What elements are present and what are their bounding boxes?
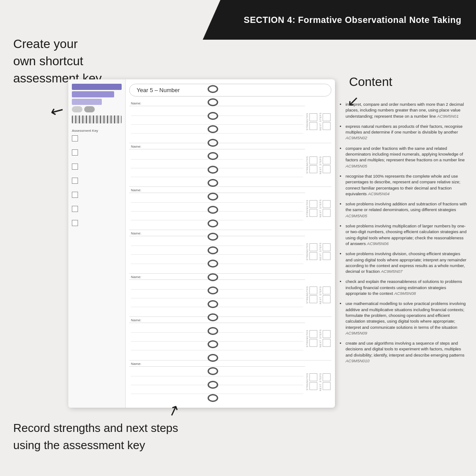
strengths-col: STRENGTHS [305,274,318,316]
key-checkbox[interactable] [72,149,78,156]
strengths-label: STRENGTHS [306,113,309,130]
strengths-col: STRENGTHS [305,100,318,143]
strength-box[interactable] [309,156,317,164]
strengths-col: STRENGTHS [305,317,318,360]
spiral-ring [208,206,218,214]
next-steps-label: NEXT STEPS [319,199,322,217]
strength-box[interactable] [309,330,317,338]
list-item: solve problems involving multiplication … [346,223,467,246]
key-checkbox[interactable] [72,192,78,198]
next-steps-boxes [323,113,331,130]
spiral-ring [208,260,218,268]
key-bar-medium [72,91,114,97]
next-step-box[interactable] [323,209,331,217]
next-steps-label: NEXT STEPS [319,329,322,347]
spiral-ring [208,246,218,254]
bottom-annotation: Record strengths and next stepsusing the… [13,420,178,454]
list-item: interpret, compare and order numbers wit… [346,101,467,119]
key-checkbox[interactable] [72,206,78,212]
content-panel: interpret, compare and order numbers wit… [339,101,467,408]
strength-box[interactable] [309,382,317,390]
strength-box[interactable] [309,286,317,294]
spiral-ring [208,354,218,362]
next-step-box[interactable] [323,200,331,208]
next-steps-label: NEXT STEPS [319,156,322,174]
next-step-box[interactable] [323,165,331,173]
next-step-box[interactable] [323,373,331,381]
strength-box[interactable] [309,209,317,217]
table-row: Name: STRENGTHS NEXT STEPS [129,230,331,273]
key-checkbox-row [72,178,122,184]
table-row: Name: STRENGTHS NEXT STEPS [129,317,331,360]
strength-box[interactable] [309,200,317,208]
next-step-box[interactable] [323,382,331,390]
strength-box[interactable] [309,122,317,130]
next-step-box[interactable] [323,252,331,260]
key-checkbox-row [72,206,122,212]
next-steps-col: NEXT STEPS [318,361,331,403]
strengths-col: STRENGTHS [305,230,318,273]
next-steps-col: NEXT STEPS [318,317,331,360]
next-step-box[interactable] [323,286,331,294]
assessment-key-preview [72,84,122,123]
next-step-box[interactable] [323,243,331,251]
next-step-box[interactable] [323,156,331,164]
list-item: use mathematical modelling to solve prac… [346,301,467,336]
list-item: solve problems involving division, choos… [346,251,467,274]
list-item: express natural numbers as products of t… [346,123,467,141]
key-checkbox[interactable] [72,178,78,184]
spiral-ring [208,193,218,201]
next-step-box[interactable] [323,122,331,130]
spiral-ring [208,166,218,174]
strength-box[interactable] [309,295,317,303]
key-checkbox-row [72,149,122,156]
spiral-ring [208,139,218,147]
key-checkbox[interactable] [72,220,78,226]
strengths-col: STRENGTHS [305,187,318,230]
notebook: Assessment Key Year 5 – Number Name: STR… [68,79,335,408]
spiral-ring [208,85,218,93]
spiral-ring [208,381,218,389]
right-annotation: Content [349,75,392,89]
table-row: Name: STRENGTHS NEXT STEPS [129,187,331,230]
next-steps-col: NEXT STEPS [318,143,331,186]
spiral-binding [207,79,219,408]
key-checkbox[interactable] [72,164,78,170]
spiral-ring [208,273,218,281]
spiral-ring [208,313,218,321]
key-checkbox-row [72,135,122,141]
list-item: solve problems involving addition and su… [346,201,467,219]
strength-box[interactable] [309,339,317,347]
table-row: Name: STRENGTHS NEXT STEPS [129,100,331,143]
list-item: check and explain the reasonableness of … [346,279,467,296]
next-step-box[interactable] [323,113,331,121]
strengths-label: STRENGTHS [306,243,309,260]
spiral-ring [208,394,218,402]
spiral-ring [208,367,218,375]
strength-box[interactable] [309,113,317,121]
key-ruler [72,115,122,123]
next-step-box[interactable] [323,330,331,338]
strengths-label: STRENGTHS [306,330,309,347]
strength-box[interactable] [309,373,317,381]
strengths-boxes [309,113,317,130]
list-item: create and use algorithms involving a se… [346,340,467,364]
table-row: Name: STRENGTHS NEXT STEPS [129,361,331,403]
next-step-box[interactable] [323,339,331,347]
notebook-title-bar: Year 5 – Number [129,84,331,97]
key-circle [84,106,95,112]
next-steps-col: NEXT STEPS [318,230,331,273]
next-step-box[interactable] [323,295,331,303]
spiral-ring [208,286,218,294]
spiral-ring [208,152,218,160]
next-steps-label: NEXT STEPS [319,112,322,130]
strength-box[interactable] [309,252,317,260]
key-checkbox[interactable] [72,135,78,141]
strengths-label: STRENGTHS [306,286,309,304]
strength-box[interactable] [309,165,317,173]
strength-box[interactable] [309,243,317,251]
content-list: interpret, compare and order numbers wit… [339,101,467,364]
key-circle [72,106,82,112]
key-bar-full [72,84,122,90]
spiral-ring [208,219,218,227]
